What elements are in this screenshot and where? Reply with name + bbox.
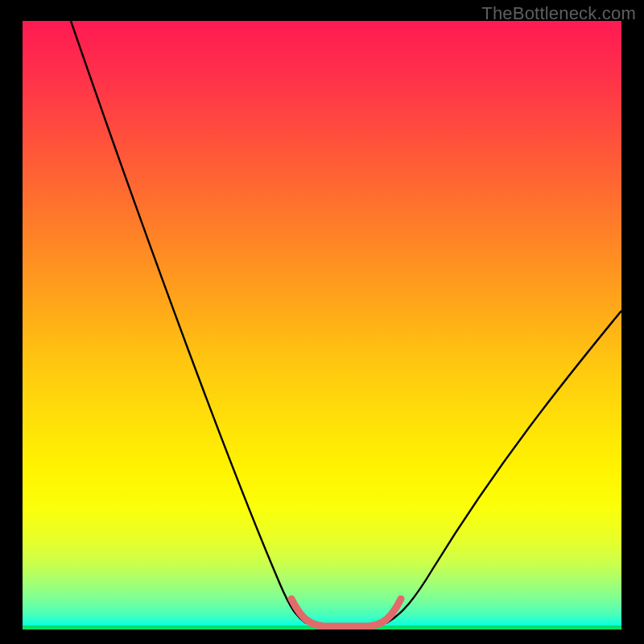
plot-area xyxy=(23,21,621,630)
bottleneck-curve-left xyxy=(71,21,306,623)
watermark-text: TheBottleneck.com xyxy=(481,3,636,24)
chart-frame: TheBottleneck.com xyxy=(0,0,644,644)
optimal-range-marker xyxy=(291,599,401,626)
bottleneck-curve-right xyxy=(386,311,621,623)
curve-layer xyxy=(23,21,621,630)
